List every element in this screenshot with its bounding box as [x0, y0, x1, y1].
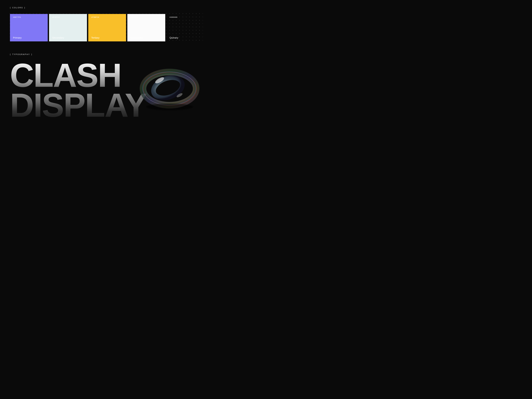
typography-content: CLASH DISPLAY [10, 60, 201, 120]
tertiary-hex: #F9BF29 [91, 16, 123, 18]
typography-section: [ TYPOGRAPHY ] CLASH DISPLAY [10, 53, 201, 120]
colors-inner: #8077F6 Primary #E4EFEF Secondary #F9BF2… [8, 12, 203, 43]
color-swatch-tertiary: #F9BF29 Tertiary [88, 14, 126, 41]
quinary-name: Quinary [170, 36, 198, 39]
svg-point-2 [151, 74, 185, 102]
typography-label-text: TYPOGRAPHY [12, 53, 30, 55]
secondary-hex: #E4EFEF [52, 16, 84, 18]
typo-bracket-open: [ [10, 53, 11, 55]
holographic-ring-decoration [135, 57, 201, 120]
color-swatch-primary: #8077F6 Primary [10, 14, 48, 41]
colors-section-label: [ COLORS ] [10, 7, 201, 9]
primary-name: Primary [13, 36, 45, 39]
quaternary-hex: #FBFBFB [130, 16, 162, 18]
colors-section: [ COLORS ] #8077F6 Primary #E4EFEF Secon… [10, 7, 201, 43]
svg-point-7 [146, 104, 193, 110]
typography-section-label: [ TYPOGRAPHY ] [10, 53, 201, 55]
color-swatch-secondary: #E4EFEF Secondary [49, 14, 87, 41]
page-container: [ COLORS ] #8077F6 Primary #E4EFEF Secon… [0, 0, 211, 127]
colors-frame: #8077F6 Primary #E4EFEF Secondary #F9BF2… [8, 12, 203, 43]
colors-label-text: COLORS [12, 7, 23, 9]
quinary-hex: #000000 [170, 16, 198, 18]
secondary-name: Secondary [52, 36, 84, 39]
bracket-close: ] [25, 7, 25, 9]
primary-hex: #8077F6 [13, 16, 45, 18]
quaternary-name: Quaternary [130, 36, 162, 39]
tertiary-name: Tertiary [91, 36, 123, 39]
color-swatch-quinary: #000000 Quinary [167, 14, 201, 41]
typo-bracket-close: ] [31, 53, 32, 55]
bracket-open: [ [10, 7, 11, 9]
color-swatch-quaternary: #FBFBFB Quaternary [127, 14, 165, 41]
